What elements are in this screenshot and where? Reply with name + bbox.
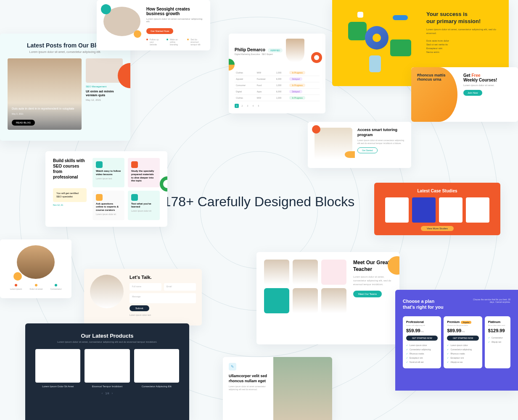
skills-note: You will get certified SEO specialist [53, 188, 87, 202]
video-icon [96, 161, 103, 168]
lifestyle-image [273, 357, 332, 420]
tutor-image [314, 128, 352, 160]
block-growth: How Seosight creates business growth Lor… [97, 0, 210, 50]
block-ullamcorper: Ullamcorper velit sed rhoncus nullam ege… [223, 357, 332, 420]
profile-photo [286, 39, 304, 62]
blog-side-post[interactable]: SEO Management Ut enim ad minim veniam q… [86, 58, 123, 130]
table-row: ClothesM/W1,000In Progress [235, 95, 320, 101]
next-icon[interactable]: › [112, 392, 113, 395]
prev-icon[interactable]: ‹ [102, 392, 103, 395]
skill-card[interactable]: Watch easy to follow video lessonsLorem … [92, 158, 124, 187]
block-person-features: Lorem ipsum Dolor sit amet Consectetur [0, 239, 71, 298]
block-tutoring: Access smart tutoring program Lorem ipsu… [308, 122, 411, 168]
green-ring-icon [160, 176, 167, 192]
circle-decor-icon [229, 59, 235, 71]
blog-featured-post[interactable]: Duis aute in dent in in reprehenderit in… [8, 58, 82, 130]
plan-cta-button[interactable]: GET STARTED NOW [406, 336, 438, 341]
pricing-plan[interactable]: Platinum Do eu labor dolor amet $129.99 … [485, 316, 510, 368]
book-icon [131, 161, 138, 168]
meet-teams-button[interactable]: Meet Our Teams [353, 291, 382, 297]
block-skills: Build skills with SEO courses from profe… [45, 151, 167, 227]
case-item[interactable] [439, 197, 462, 223]
name-input[interactable]: Full name [130, 283, 161, 291]
blog-subtitle: Lorem ipsum dolor sit amet, consectetur … [8, 50, 123, 53]
product-card[interactable] [35, 349, 80, 383]
case-item[interactable] [412, 197, 436, 223]
pricing-plan[interactable]: PremiumPopular Choose sint the ipsum dol… [444, 316, 482, 368]
person-avatar [17, 245, 55, 279]
teacher-photo[interactable] [321, 288, 346, 313]
table-row: ApparelFootwear6,000Delayed [235, 76, 320, 82]
product-card[interactable] [134, 349, 179, 383]
get-started-button[interactable]: Get Started Now [146, 28, 173, 34]
message-input[interactable]: Message [130, 293, 196, 303]
tutor-get-started-button[interactable]: Get Started [357, 147, 378, 153]
pagination[interactable]: 12345 [235, 104, 320, 108]
teacher-photo[interactable] [293, 288, 318, 313]
plan-cta-button[interactable]: GET STARTED NOW [447, 336, 478, 341]
table-row: ClothesM/W1,000In Progress [235, 70, 320, 76]
block-teachers: Meet Our Great Teacher Lorem ipsum dolor… [256, 252, 399, 344]
read-blog-button[interactable]: READ BLOG [12, 120, 35, 126]
data-table: ClothesM/W1,000In Progress ApparelFootwe… [235, 70, 320, 101]
table-row: DigitalApps6,000Delayed [235, 89, 320, 95]
pricing-plan[interactable]: Professional Lorem velit adipiscing elit… [403, 316, 441, 368]
case-item[interactable] [385, 197, 409, 223]
teacher-photo[interactable] [293, 260, 318, 285]
block-dashboard: Philip DemarcoVERIFIED Digital Marketing… [229, 34, 325, 113]
mission-illustration [345, 11, 416, 74]
block-products: Our Latest Products Lorem ipsum dolor si… [25, 323, 189, 420]
blog-side-image [86, 58, 123, 83]
skill-card[interactable]: Study the specially prepared materials t… [128, 158, 160, 187]
email-input[interactable]: Email [164, 283, 196, 291]
case-item[interactable] [466, 197, 489, 223]
join-now-button[interactable]: Join Now [463, 90, 482, 96]
block-case-studies: Latest Case Studies View More Studies [374, 183, 500, 235]
block-pricing: Choose a planthat's right for you Choose… [395, 290, 518, 391]
submit-button[interactable]: Submit [130, 305, 149, 311]
growth-avatar [103, 7, 140, 36]
teacher-photo[interactable] [264, 260, 289, 285]
skill-card[interactable]: Ask questions online to experts & course… [92, 191, 124, 220]
block-contact-form: Let’s Talk. Full name Email Message Subm… [84, 269, 202, 326]
view-more-button[interactable]: View More Studies [421, 226, 454, 231]
table-row: ConsumerFood1,000In Progress [235, 82, 320, 89]
main-headline: 178+ Carefully Designed Blocks [164, 192, 354, 211]
skill-card[interactable]: Test what you've learnedLorem ipsum dolo… [128, 191, 160, 220]
products-pager[interactable]: ‹ 1/4 › [35, 392, 179, 395]
question-icon [96, 194, 103, 201]
decor-tile [264, 288, 289, 313]
pencil-icon [229, 363, 236, 370]
test-icon [131, 194, 138, 201]
ring-decor-icon [311, 52, 322, 63]
product-card[interactable] [85, 349, 130, 383]
contact-avatar [90, 275, 124, 308]
block-courses-cta: Rhoncus mattis rhoncus urna Get FreeWeek… [411, 67, 518, 122]
teacher-photo[interactable] [321, 260, 346, 285]
